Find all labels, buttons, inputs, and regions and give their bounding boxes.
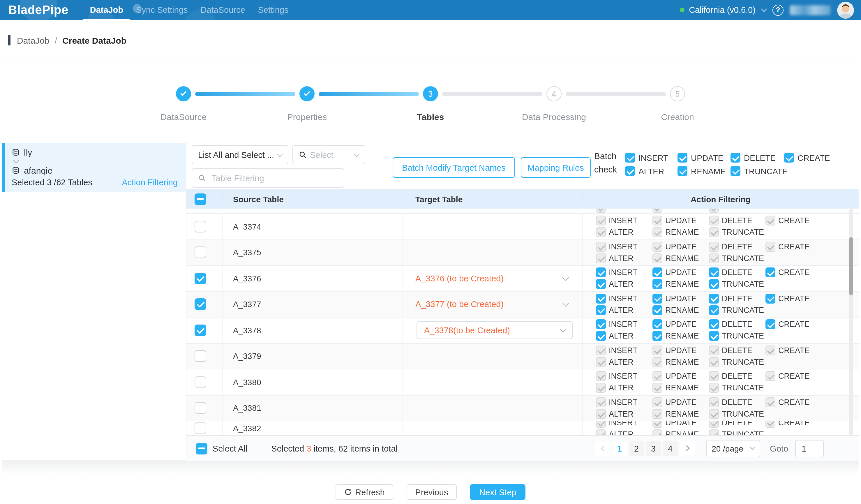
action-label: ALTER [609,430,633,435]
row-select-checkbox[interactable] [194,273,206,284]
vertical-scrollbar[interactable] [849,208,853,435]
checkbox-insert[interactable] [596,294,606,303]
action-filter-item: INSERT [596,371,653,381]
chevron-down-icon[interactable] [562,274,569,281]
checkbox-alter[interactable] [596,331,606,341]
wizard-actions: Refresh Previous Next Step [0,484,861,500]
row-select-checkbox[interactable] [194,299,206,310]
action-label: UPDATE [665,242,697,251]
checkbox-insert[interactable] [596,268,606,278]
checkbox-delete[interactable] [709,319,719,329]
help-icon[interactable]: ? [773,4,783,15]
action-filter-item: INSERT [596,421,653,427]
page-size-select[interactable]: 20 /page [706,440,760,457]
checkbox-rename[interactable] [653,331,662,341]
env-selector[interactable]: California (v0.6.0) [689,5,755,15]
checkbox-truncate[interactable] [709,280,719,289]
page-button-4[interactable]: 4 [662,441,678,456]
nav-item-datasource[interactable]: DataSource [194,0,251,20]
page-button-2[interactable]: 2 [629,441,644,456]
action-label: RENAME [665,384,699,392]
table-select[interactable]: Select [292,145,365,164]
list-mode-select[interactable]: List All and Select ... [192,145,288,164]
mapping-rules-button[interactable]: Mapping Rules [521,157,591,178]
action-filtering-link[interactable]: Action Filtering [122,178,178,187]
action-filter-item: UPDATE [653,319,709,329]
checkbox-update[interactable] [678,153,687,163]
row-select-checkbox[interactable] [194,351,206,362]
footer-select-all-checkbox[interactable] [196,442,207,454]
checkbox-create[interactable] [765,294,775,303]
row-select-checkbox[interactable] [194,247,206,258]
action-label: RENAME [665,410,699,418]
checkbox-update[interactable] [653,319,662,329]
breadcrumb-separator: / [55,35,57,45]
checkbox-truncate[interactable] [709,331,719,341]
checkbox-create[interactable] [784,153,794,163]
checkbox-delete[interactable] [730,153,740,163]
checkbox-insert[interactable] [596,319,606,329]
action-label: CREATE [778,294,810,303]
checkbox-rename[interactable] [653,305,662,315]
checkbox-delete[interactable] [709,294,719,303]
target-table-select[interactable]: A_3378(to be Created) [416,321,573,339]
checkbox-truncate[interactable] [730,166,740,176]
action-filter-item: UPDATE [653,345,709,355]
action-filter-item: DELETE [709,268,765,278]
next-page-button[interactable] [680,441,695,456]
scrollbar-thumb[interactable] [849,237,853,296]
target-table-name[interactable]: A_3376 (to be Created) [403,274,504,283]
next-step-button[interactable]: Next Step [470,484,525,500]
checkbox-alter[interactable] [596,280,606,289]
action-filtering-group: INSERTUPDATEDELETECREATEALTERRENAMETRUNC… [596,294,822,315]
batch-check-delete: DELETE [730,153,776,163]
checkbox-insert[interactable] [625,153,635,163]
checkbox-create[interactable] [765,268,775,278]
action-filter-item: ALTER [596,280,653,289]
select-all-checkbox[interactable] [194,193,206,205]
row-select-checkbox[interactable] [194,325,206,336]
db-pair-item[interactable]: lly afanqie Selected 3 /62 Tables Acti [2,143,186,192]
checkbox-alter[interactable] [596,305,606,315]
table-filter-input[interactable] [210,173,338,183]
row-select-checkbox[interactable] [194,402,206,414]
row-select-checkbox[interactable] [194,221,206,232]
action-label: RENAME [665,430,699,435]
table-row: A_3377A_3377 (to be Created)INSERTUPDATE… [187,291,859,317]
goto-page-input[interactable] [795,440,824,457]
action-filter-item: TRUNCATE [709,429,765,435]
chevron-down-icon[interactable] [761,6,767,12]
previous-button[interactable]: Previous [407,484,457,500]
action-label: UPDATE [665,372,697,381]
nav-item-settings[interactable]: Settings [252,0,295,20]
checkbox-rename[interactable] [678,166,687,176]
action-filter-item: ALTER [596,409,653,419]
prev-page-button[interactable] [595,441,610,456]
action-label: CREATE [778,242,810,251]
checkbox-truncate [709,254,719,263]
avatar[interactable] [837,1,854,18]
target-table-name[interactable]: A_3377 (to be Created) [403,300,504,309]
row-select-checkbox[interactable] [194,422,206,434]
refresh-button[interactable]: Refresh [336,484,393,500]
step-label: Properties [287,112,327,122]
checkbox-rename[interactable] [653,280,662,289]
nav-item-datajob[interactable]: DataJob [84,0,129,20]
row-select-checkbox[interactable] [194,377,206,388]
checkbox-delete[interactable] [709,268,719,278]
action-label: CREATE [778,398,810,407]
checkbox-update[interactable] [653,294,662,303]
chevron-down-icon[interactable] [562,300,569,307]
batch-modify-target-names-button[interactable]: Batch Modify Target Names [393,157,515,178]
wizard-stepper: DataSource Properties 3 Tables 4 Data Pr… [2,61,859,143]
checkbox-alter[interactable] [625,166,635,176]
breadcrumb-parent[interactable]: DataJob [17,35,50,45]
action-label: ALTER [609,384,633,392]
nav-item-sync-settings[interactable]: Sync Settings [129,0,194,20]
checkbox-truncate[interactable] [709,305,719,315]
checkbox-create[interactable] [765,319,775,329]
page-button-1[interactable]: 1 [612,441,627,456]
source-table-name: A_3379 [233,352,261,361]
page-button-3[interactable]: 3 [646,441,661,456]
checkbox-update[interactable] [653,268,662,278]
